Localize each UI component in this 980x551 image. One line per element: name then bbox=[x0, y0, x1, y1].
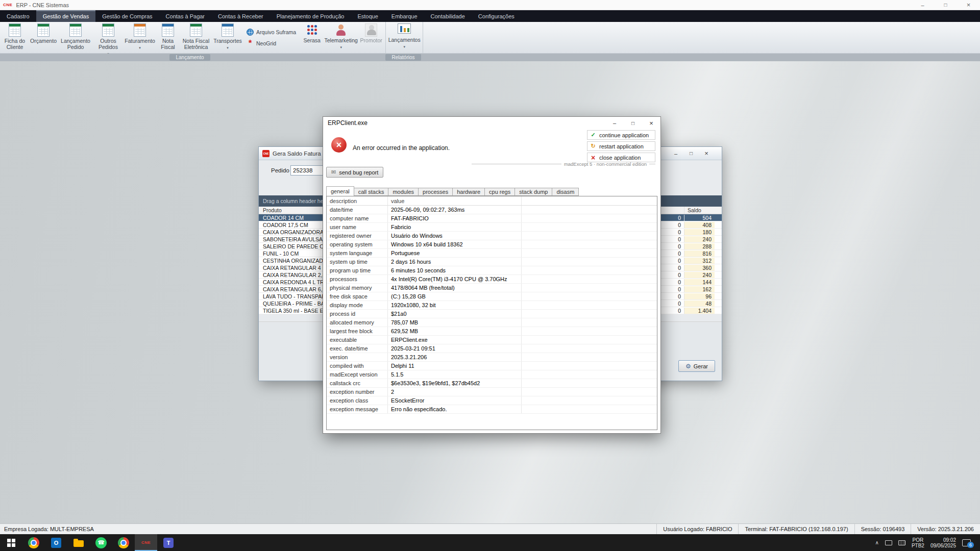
menu-tab[interactable]: Embarque bbox=[385, 10, 424, 22]
dialog-tab[interactable]: processes bbox=[418, 188, 453, 196]
info-table-row[interactable]: display mode 1920x1080, 32 bit bbox=[327, 301, 657, 310]
info-table-row[interactable]: exec. date/time 2025-03-21 09:51 bbox=[327, 344, 657, 353]
teams-icon[interactable] bbox=[157, 534, 180, 551]
info-table-row[interactable]: processors 4x Intel(R) Core(TM) i3-4170 … bbox=[327, 275, 657, 284]
dialog-tab[interactable]: hardware bbox=[452, 188, 485, 196]
info-table-row[interactable]: program up time 6 minutes 10 seconds bbox=[327, 266, 657, 275]
value-column-header[interactable]: value bbox=[388, 196, 522, 205]
cne-icon[interactable] bbox=[135, 534, 157, 551]
info-table-row[interactable]: madExcept version 5.1.5 bbox=[327, 370, 657, 379]
description-column-header[interactable]: description bbox=[327, 196, 388, 205]
ribbon-outros-pedidos[interactable]: Outros Pedidos bbox=[93, 22, 124, 53]
restart-application-button[interactable]: restart application bbox=[587, 141, 655, 151]
ribbon-neogrid[interactable]: NeoGrid bbox=[247, 40, 296, 47]
info-table-row[interactable]: compiled with Delphi 11 bbox=[327, 362, 657, 370]
tray-clock[interactable]: 09:02 09/06/2025 bbox=[930, 537, 956, 548]
tray-language-indicator[interactable]: POR PTB2 bbox=[912, 537, 924, 548]
info-table-row[interactable]: system up time 2 days 16 hours bbox=[327, 258, 657, 266]
group-segment: Relatórios bbox=[380, 54, 427, 61]
dialog-tab[interactable]: disasm bbox=[552, 188, 579, 196]
ribbon-orcamento[interactable]: Orçamento bbox=[29, 22, 58, 53]
info-table-row[interactable]: free disk space (C:) 15,28 GB bbox=[327, 292, 657, 301]
menu-tab[interactable]: Contas à Pagar bbox=[159, 10, 211, 22]
maximize-button[interactable] bbox=[624, 117, 642, 129]
ribbon: Ficha do Cliente Orçamento Lançamento Pe… bbox=[0, 22, 980, 54]
menu-tab[interactable]: Planejamento de Produção bbox=[270, 10, 351, 22]
ribbon-transportes[interactable]: Transportes bbox=[212, 22, 243, 53]
close-button[interactable] bbox=[957, 0, 980, 10]
dialog-tab[interactable]: stack dump bbox=[514, 188, 552, 196]
info-table-row[interactable]: exception message Erro não especificado. bbox=[327, 405, 657, 414]
menu-tab[interactable]: Gestão de Compras bbox=[95, 10, 159, 22]
value-cell: 1920x1080, 32 bit bbox=[388, 301, 522, 309]
tray-chevron-up-icon[interactable]: ∧ bbox=[875, 540, 879, 545]
whatsapp-icon[interactable] bbox=[90, 534, 112, 551]
ribbon-lancamento-pedido[interactable]: Lançamento Pedido bbox=[58, 22, 93, 53]
ribbon-ficha-do-cliente[interactable]: Ficha do Cliente bbox=[1, 22, 29, 53]
error-dialog-titlebar[interactable]: ERPClient.exe bbox=[323, 117, 660, 129]
send-bug-report-button[interactable]: send bug report bbox=[326, 167, 383, 178]
outlook-icon[interactable] bbox=[45, 534, 67, 551]
dots-grid-icon bbox=[306, 23, 318, 36]
info-table-row[interactable]: exception number 2 bbox=[327, 388, 657, 396]
chrome-2-icon[interactable] bbox=[112, 534, 135, 551]
info-table-row[interactable]: user name Fabricio bbox=[327, 223, 657, 232]
dialog-tab[interactable]: call stacks bbox=[354, 188, 389, 196]
maximize-button[interactable] bbox=[934, 0, 957, 10]
info-table-row[interactable]: system language Portuguese bbox=[327, 249, 657, 258]
ribbon-nota-fiscal-eletronica[interactable]: Nota Fiscal Eletrônica bbox=[180, 22, 212, 53]
action-icon bbox=[590, 143, 596, 149]
info-table-row[interactable]: version 2025.3.21.206 bbox=[327, 353, 657, 362]
info-table-row[interactable]: process id $21a0 bbox=[327, 310, 657, 318]
menu-tab[interactable]: Gestão de Vendas bbox=[36, 10, 96, 22]
ribbon-arquivo-suframa[interactable]: Arquivo Suframa bbox=[247, 29, 296, 36]
sync-icon[interactable] bbox=[919, 12, 927, 20]
info-table-row[interactable]: callstack crc $6e3530e3, $19e9bfd1, $27d… bbox=[327, 379, 657, 388]
tray-keyboard-icon[interactable] bbox=[898, 540, 905, 545]
menu-tab[interactable]: Contabilidade bbox=[424, 10, 472, 22]
maximize-button[interactable] bbox=[684, 149, 698, 158]
dialog-tab[interactable]: cpu regs bbox=[484, 188, 515, 196]
info-table-row[interactable]: allocated memory 785,07 MB bbox=[327, 318, 657, 327]
saldo-column-header[interactable]: Saldo bbox=[684, 207, 715, 214]
ribbon-lancamentos[interactable]: Lançamentos bbox=[387, 22, 422, 53]
minimize-button[interactable] bbox=[911, 0, 934, 10]
info-table-row[interactable]: physical memory 4178/8064 MB (free/total… bbox=[327, 284, 657, 292]
ribbon-nota-fiscal[interactable]: Nota Fiscal bbox=[156, 22, 180, 53]
info-table-row[interactable]: operating system Windows 10 x64 build 18… bbox=[327, 240, 657, 249]
info-table-row[interactable]: executable ERPClient.exe bbox=[327, 336, 657, 344]
tray-monitor-icon[interactable] bbox=[885, 540, 892, 545]
help-icon[interactable] bbox=[943, 12, 951, 20]
menu-tab[interactable]: Cadastro bbox=[0, 10, 36, 22]
close-button[interactable] bbox=[642, 117, 660, 129]
menu-tab[interactable]: Configurações bbox=[472, 10, 521, 22]
description-cell: compiled with bbox=[327, 362, 388, 370]
dialog-tab[interactable]: general bbox=[326, 186, 354, 196]
lock-icon[interactable] bbox=[931, 12, 939, 20]
calendar-icon[interactable] bbox=[955, 12, 964, 20]
info-table-row[interactable]: date/time 2025-06-09, 09:02:27, 363ms bbox=[327, 206, 657, 214]
chrome-icon[interactable] bbox=[22, 534, 45, 551]
minimize-button[interactable] bbox=[669, 149, 682, 158]
apps-icon[interactable] bbox=[968, 12, 976, 20]
dialog-tab[interactable]: modules bbox=[388, 188, 419, 196]
minimize-button[interactable] bbox=[605, 117, 624, 129]
ribbon-faturamento[interactable]: Faturamento bbox=[124, 22, 156, 53]
info-table-row[interactable]: registered owner Usuário do Windows bbox=[327, 232, 657, 240]
info-table-row[interactable]: computer name FAT-FABRICIO bbox=[327, 214, 657, 223]
close-button[interactable] bbox=[700, 149, 713, 158]
menu-tab[interactable]: Estoque bbox=[351, 10, 384, 22]
saldo-cell: 408 bbox=[684, 222, 715, 228]
continue-application-button[interactable]: continue application bbox=[587, 130, 655, 140]
saldo-cell: 1.404 bbox=[684, 308, 715, 314]
info-table-row[interactable]: exception class ESocketError bbox=[327, 396, 657, 405]
gerar-button[interactable]: Gerar bbox=[678, 360, 715, 372]
saldo-cell: 180 bbox=[684, 229, 715, 235]
folder-icon[interactable] bbox=[67, 534, 90, 551]
ribbon-telemarketing[interactable]: Telemarketing bbox=[324, 22, 358, 53]
menu-tab[interactable]: Contas à Receber bbox=[211, 10, 270, 22]
start-button[interactable] bbox=[0, 534, 22, 551]
info-table-row[interactable]: largest free block 629,52 MB bbox=[327, 327, 657, 336]
notification-center-icon[interactable]: 6 bbox=[962, 539, 971, 546]
ribbon-serasa[interactable]: Serasa bbox=[300, 22, 324, 53]
